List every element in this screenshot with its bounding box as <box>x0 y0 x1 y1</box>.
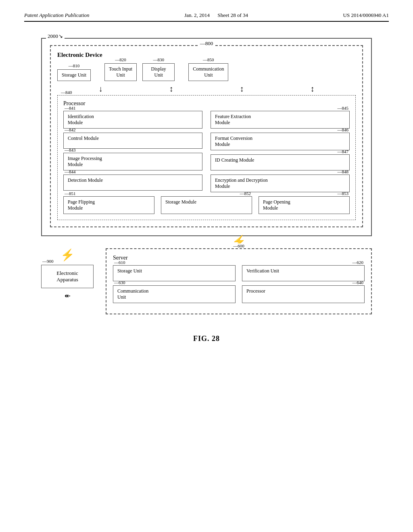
arrow-down-1: ↓ <box>99 84 103 94</box>
feature-extraction-module-box: —845 Feature ExtractionModule <box>211 111 350 129</box>
ref-851: —851 <box>65 191 76 196</box>
ref-847: —847 <box>338 149 349 154</box>
ref-830: —830 <box>153 57 164 62</box>
outer-box-2000: 2000 ↘ —800 Electronic Device —810 Stora… <box>41 38 372 236</box>
ref-843: —843 <box>65 148 76 152</box>
storage-unit-label: Storage Unit <box>62 72 86 78</box>
comm-unit-box: —850 CommunicationUnit <box>188 63 228 81</box>
ref-852: —852 <box>240 191 251 196</box>
id-creating-module-box: —847 ID Creating Module <box>211 154 350 170</box>
proc-bottom-row: —851 Page FlippingModule —852 Storage Mo… <box>63 196 350 214</box>
arrow-updown-3: ↕ <box>311 84 315 94</box>
apparatus-section: ⚡ —900 ElectronicApparatus ↞ <box>41 248 94 300</box>
ref-800: —800 <box>198 40 215 47</box>
storage-module-box: —852 Storage Module <box>161 196 252 214</box>
ref-842: —842 <box>65 127 76 132</box>
diagram-area: 2000 ↘ —800 Electronic Device —810 Stora… <box>24 38 389 343</box>
encryption-decryption-module-box: —848 Encryption and DecryptionModule <box>211 175 350 192</box>
server-verification-unit-box: —620 Verification Unit <box>242 265 365 281</box>
ref-820: —820 <box>115 57 126 62</box>
header-right: US 2014/0006940 A1 <box>343 12 389 19</box>
ref-810: —810 <box>69 63 80 68</box>
ref-844: —844 <box>65 169 76 174</box>
ref-846: —846 <box>338 127 349 132</box>
server-storage-label: Storage Unit <box>117 268 142 274</box>
page-header: Patent Application Publication Jan. 2, 2… <box>24 12 389 22</box>
control-module-box: —842 Control Module <box>63 133 202 149</box>
publication-label: Patent Application Publication <box>24 12 90 18</box>
ref-640: —640 <box>353 280 364 285</box>
server-processor-box: —640 Processor <box>242 285 365 303</box>
apparatus-arrow: ↞ <box>65 291 71 300</box>
page-opening-module-box: —853 Page OpeningModule <box>259 196 350 214</box>
arrow-updown-2: ↕ <box>240 84 244 94</box>
ref-600: —600 <box>232 243 246 248</box>
page-flipping-module-box: —851 Page FlippingModule <box>63 196 154 214</box>
server-verification-label: Verification Unit <box>246 268 279 274</box>
ref-850: —850 <box>203 57 214 62</box>
ref-900: —900 <box>42 259 54 264</box>
ref-848: —848 <box>338 169 349 174</box>
server-comm-unit-box: —630 CommunicationUnit <box>113 285 236 303</box>
display-unit-box: —830 DisplayUnit <box>142 63 175 81</box>
storage-unit-box: —810 Storage Unit <box>57 69 91 81</box>
proc-left-col: —841 IdentificationModule —842 Control M… <box>63 111 202 192</box>
ref-840: —840 <box>60 90 73 95</box>
server-storage-unit-box: —610 Storage Unit <box>113 265 236 281</box>
server-processor-label: Processor <box>246 288 265 294</box>
ref-2000: 2000 ↘ <box>46 33 65 39</box>
patent-number: US 2014/0006940 A1 <box>343 12 389 18</box>
ref-841: —841 <box>65 106 76 110</box>
server-row-2: —630 CommunicationUnit —640 Processor <box>113 285 365 303</box>
apparatus-box: —900 ElectronicApparatus <box>41 265 94 288</box>
publication-date: Jan. 2, 2014 <box>184 12 210 18</box>
proc-columns: —841 IdentificationModule —842 Control M… <box>63 111 350 192</box>
ref-853: —853 <box>338 191 349 196</box>
server-row-1: —610 Storage Unit —620 Verification Unit <box>113 265 365 281</box>
electronic-device-box: —800 Electronic Device —810 Storage Unit… <box>50 45 363 227</box>
image-processing-module-box: —843 Image ProcessingModule <box>63 153 202 170</box>
header-center: Jan. 2, 2014 Sheet 28 of 34 <box>184 12 248 19</box>
format-conversion-module-box: —846 Format ConversionModule <box>211 133 350 150</box>
ref-620: —620 <box>353 260 364 265</box>
server-box: ⚡ —600 Server —610 Storage Unit —620 Ver… <box>106 248 372 314</box>
processor-box: —840 Processor —841 IdentificationModule <box>57 95 356 220</box>
touch-input-box: —820 Touch InputUnit <box>104 63 137 81</box>
proc-right-col: —845 Feature ExtractionModule —846 Forma… <box>211 111 350 192</box>
figure-caption: FIG. 28 <box>193 335 220 343</box>
detection-module-box: —844 Detection Module <box>63 175 202 191</box>
arrow-updown-1: ↕ <box>169 84 173 94</box>
header-left: Patent Application Publication <box>24 12 90 19</box>
ref-630: —630 <box>114 280 125 285</box>
identification-module-box: —841 IdentificationModule <box>63 111 202 129</box>
ref-845: —845 <box>338 106 349 110</box>
server-title: Server <box>113 255 365 261</box>
lightning-top-900: ⚡ <box>60 248 75 262</box>
device-top-row: —810 Storage Unit —820 Touch InputUnit —… <box>57 63 356 81</box>
bottom-section: ⚡ —900 ElectronicApparatus ↞ ⚡ —600 Serv… <box>41 248 372 314</box>
ref-610: —610 <box>114 260 125 265</box>
sheet-number: Sheet 28 of 34 <box>218 12 248 18</box>
